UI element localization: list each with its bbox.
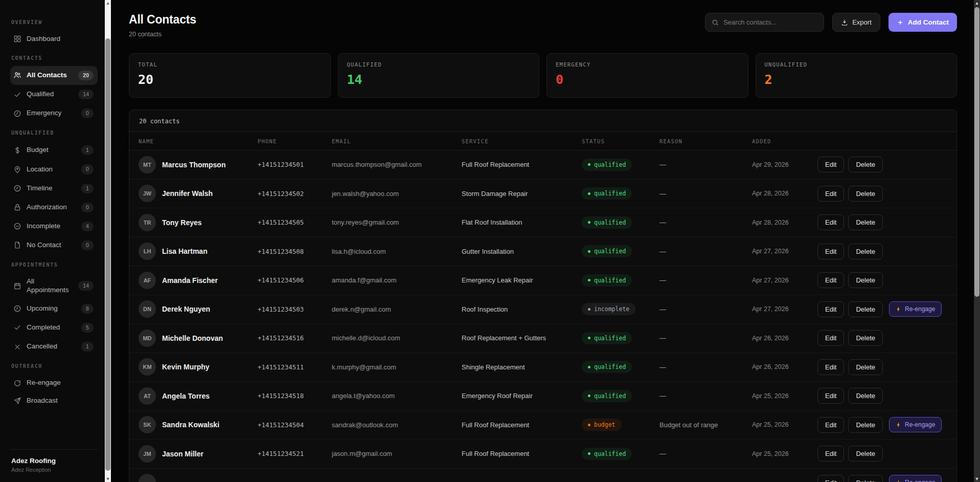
clock-icon [13,304,21,313]
contact-status-cell: qualified [582,159,659,171]
contact-name: Lisa Hartman [162,247,208,255]
contact-service: Full Roof Replacement [462,421,582,429]
sidebar-item-budget[interactable]: Budget1 [10,141,98,160]
contact-reason: — [659,161,752,168]
scroll-down-icon[interactable]: ▼ [974,476,980,482]
sidebar-item-label: Upcoming [27,304,76,313]
page-scrollbar[interactable]: ▲ ▼ [974,0,980,482]
delete-button[interactable]: Delete [848,417,883,433]
sidebar-item-all-appointments[interactable]: All Appointments14 [10,273,98,299]
delete-button[interactable]: Delete [848,272,883,288]
edit-button[interactable]: Edit [817,417,844,433]
delete-button[interactable]: Delete [848,301,883,317]
delete-button[interactable]: Delete [848,214,883,230]
contact-phone: +14151234504 [258,421,332,429]
edit-button[interactable]: Edit [817,214,844,230]
avatar: AF [139,272,156,289]
contact-service: Roof Inspection [462,305,582,313]
sidebar-item-re-engage[interactable]: Re-engage [10,374,98,392]
contact-status-cell: budget [582,419,659,431]
edit-button[interactable]: Edit [817,446,844,462]
contact-added-date: Apr 25, 2026 [752,392,817,400]
scroll-down-icon[interactable]: ▼ [105,476,111,482]
sidebar-item-location[interactable]: Location0 [10,160,98,179]
contact-name: Michelle Donovan [162,334,223,342]
contact-email: derek.n@gmail.com [332,305,462,313]
contact-reason: — [659,248,752,255]
reengage-button[interactable]: Re-engage [889,475,942,482]
sidebar-item-all-contacts[interactable]: All Contacts20 [10,66,98,85]
table-row: MDMichelle Donovan+14151234516michelle.d… [129,324,956,353]
stat-card-total: TOTAL20 [129,53,331,98]
edit-button[interactable]: Edit [817,475,844,482]
row-actions: EditDelete [817,388,947,404]
status-badge: qualified [582,159,632,171]
status-text: qualified [594,335,626,342]
delete-button[interactable]: Delete [848,388,883,404]
delete-button[interactable]: Delete [848,157,883,172]
contact-name-cell: TRTony Reyes [139,214,258,231]
table-row: AFAmanda Fischer+14151234506amanda.f@gma… [129,266,956,295]
column-header-name: NAME [139,138,258,144]
edit-button[interactable]: Edit [817,301,844,317]
sidebar-item-qualified[interactable]: Qualified14 [10,85,98,104]
edit-button[interactable]: Edit [817,330,844,346]
contact-reason: Budget out of range [659,421,752,429]
sidebar-item-label: All Appointments [27,277,73,295]
edit-button[interactable]: Edit [817,157,844,172]
edit-button[interactable]: Edit [817,186,844,202]
contact-name-cell: SKSandra Kowalski [139,416,258,433]
sidebar-item-timeline[interactable]: Timeline1 [10,179,98,198]
delete-button[interactable]: Delete [848,475,883,482]
delete-button[interactable]: Delete [848,330,883,346]
sidebar-section-unqualified: UNQUALIFIEDBudget1Location0Timeline1Auth… [10,130,98,255]
contact-name-cell [139,474,258,482]
table-row: DNDerek Nguyen+14151234503derek.n@gmail.… [129,295,956,324]
sidebar-item-label: Dashboard [27,35,94,43]
calendar-icon [13,282,21,290]
sidebar-item-no-contact[interactable]: No Contact0 [10,236,98,255]
sidebar-item-upcoming[interactable]: Upcoming8 [10,299,98,318]
sidebar-scrollbar-thumb[interactable] [105,38,110,471]
sidebar-section-label: OVERVIEW [11,19,98,25]
sidebar-scrollbar[interactable]: ▲ ▼ [105,0,111,482]
contact-service: Gutter Installation [462,248,582,255]
export-button[interactable]: Export [832,13,880,32]
contact-name-cell: JWJennifer Walsh [139,185,258,202]
contact-added-date: Apr 26, 2026 [752,363,817,370]
edit-button[interactable]: Edit [817,359,844,375]
delete-button[interactable]: Delete [848,244,883,259]
edit-button[interactable]: Edit [817,272,844,288]
contact-status-cell: qualified [582,274,659,287]
sidebar-item-broadcast[interactable]: Broadcast [10,392,98,410]
search-box[interactable] [705,13,824,32]
sidebar-item-cancelled[interactable]: Cancelled1 [10,337,98,356]
sidebar-item-authorization[interactable]: Authorization0 [10,198,98,217]
delete-button[interactable]: Delete [848,446,883,462]
add-contact-button[interactable]: Add Contact [888,13,957,32]
row-actions: EditDelete [817,359,947,375]
search-input[interactable] [723,18,817,26]
edit-button[interactable]: Edit [817,244,844,259]
status-badge: incomplete [582,303,635,315]
scroll-up-icon[interactable]: ▲ [974,0,980,6]
contacts-table-card: 20 contacts NAMEPHONEEMAILSERVICESTATUSR… [129,109,957,482]
delete-button[interactable]: Delete [848,186,883,202]
sidebar-item-dashboard[interactable]: Dashboard [10,30,98,48]
sidebar-section-label: UNQUALIFIED [11,130,98,136]
page-scrollbar-thumb[interactable] [974,7,979,297]
sidebar-item-count: 14 [78,90,94,99]
stat-card-emergency: EMERGENCY0 [546,53,748,98]
edit-button[interactable]: Edit [817,388,844,404]
sidebar-item-emergency[interactable]: Emergency0 [10,104,98,123]
reengage-button[interactable]: Re-engage [889,301,942,317]
contact-status-cell: qualified [582,216,659,229]
delete-button[interactable]: Delete [848,359,883,375]
bolt-icon [896,422,901,428]
sidebar-item-completed[interactable]: Completed5 [10,318,98,337]
sidebar-item-incomplete[interactable]: Incomplete4 [10,217,98,236]
reengage-button[interactable]: Re-engage [889,417,942,432]
status-text: qualified [594,248,626,255]
scroll-up-icon[interactable]: ▲ [105,0,111,6]
sidebar-section-contacts: CONTACTSAll Contacts20Qualified14Emergen… [10,55,98,123]
